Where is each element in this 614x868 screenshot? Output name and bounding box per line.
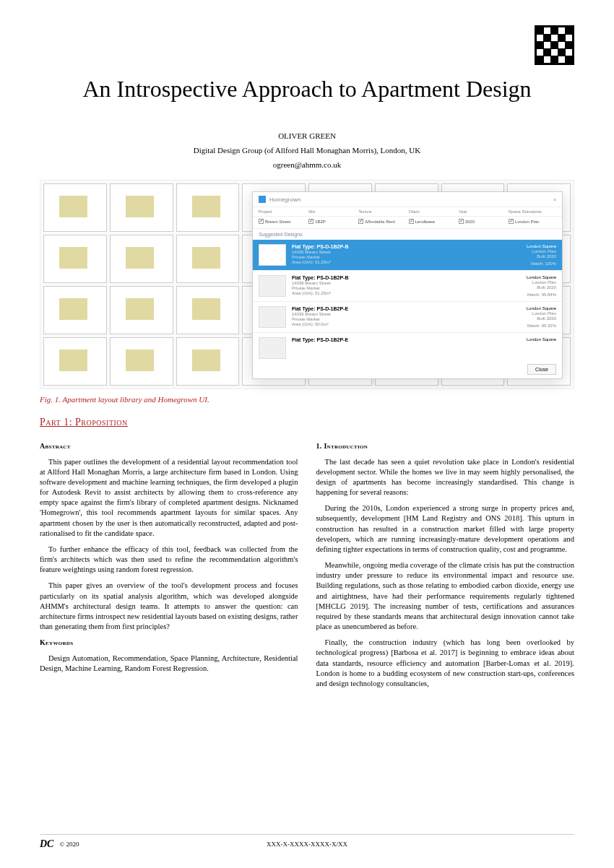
floorplan-thumbnail (259, 244, 286, 266)
filter-tenure[interactable]: Affordable Rent (358, 219, 406, 224)
result-match: Match: 95.84% (527, 292, 556, 297)
market: Private Market (292, 255, 521, 259)
footer-code: XXX-X-XXXX-XXXX-X/XX (267, 841, 347, 848)
checkbox-icon[interactable] (358, 219, 363, 224)
filter-year[interactable]: 2020 (459, 219, 506, 224)
filter-project[interactable]: Bream Street (259, 219, 306, 224)
abstract-header: Abstract (40, 441, 298, 451)
floorplan-thumbnail (259, 337, 286, 359)
author-email: ogreen@ahmm.co.uk (40, 160, 574, 169)
floorplan-thumbnail (259, 275, 286, 297)
suggested-designs-label: Suggested Designs (253, 229, 562, 240)
filter-header-mix: Mix (308, 209, 356, 214)
intro-paragraph: The last decade has seen a quiet revolut… (316, 457, 575, 498)
floorplan-thumbnail (259, 306, 286, 328)
filter-header-standards: Space Standards (509, 209, 556, 214)
filter-header-row: Project Mix Tenure Client Year Space Sta… (253, 207, 562, 217)
homegrown-ui-panel: Homegrown × Project Mix Tenure Client Ye… (252, 191, 563, 379)
filter-value-row: Bream Street 1B2P Affordable Rent Lendle… (253, 217, 562, 229)
result-plan: London Plan (527, 311, 556, 316)
keywords-header: Keywords (40, 638, 298, 648)
app-title: Homegrown (269, 196, 300, 203)
result-row[interactable]: Flat Type: PS-D-1B2P-E 14039 Bream Stree… (253, 302, 562, 333)
area: Area (GIA): 50.0m² (292, 322, 521, 326)
filter-header-project: Project (259, 209, 306, 214)
checkbox-icon[interactable] (409, 219, 414, 224)
flat-type: Flat Type: PS-D-1B2P-B (292, 275, 521, 280)
result-match: Match: 95.32% (527, 324, 556, 328)
close-button[interactable]: Close (527, 364, 556, 375)
result-built: Built 2020 (527, 316, 556, 321)
result-plan: London Plan (527, 280, 556, 285)
copyright: © 2020 (59, 841, 79, 848)
close-icon[interactable]: × (553, 197, 556, 202)
result-row[interactable]: Flat Type: PS-D-1B2P-B 14039 Bream Stree… (253, 271, 562, 302)
ui-header: Homegrown × (253, 192, 562, 207)
introduction-header: 1. Introduction (316, 441, 575, 451)
filter-standards[interactable]: London Plan (509, 219, 556, 224)
market: Private Market (292, 317, 521, 321)
filter-header-client: Client (409, 209, 457, 214)
market: Private Market (292, 286, 521, 290)
keywords-text: Design Automation, Recommendation, Space… (40, 654, 298, 674)
abstract-paragraph: This paper gives an overview of the tool… (40, 581, 298, 632)
filter-mix[interactable]: 1B2P (308, 219, 356, 224)
result-plan: London Plan (527, 249, 556, 253)
figure-caption: Fig. 1. Apartment layout library and Hom… (40, 395, 574, 404)
abstract-paragraph: This paper outlines the development of a… (40, 457, 298, 539)
intro-paragraph: Meanwhile, ongoing media coverage of the… (316, 560, 575, 632)
result-client: London Square (527, 337, 556, 342)
result-client: London Square (527, 275, 556, 279)
result-built: Built 2020 (527, 285, 556, 290)
figure-1: Homegrown × Project Mix Tenure Client Ye… (40, 180, 574, 389)
area: Area (GIA): 51.25m² (292, 260, 521, 264)
filter-client[interactable]: Lendlease (409, 219, 457, 224)
filter-header-tenure: Tenure (358, 209, 406, 214)
checkbox-icon[interactable] (308, 219, 314, 224)
publisher-logo: DC (40, 838, 53, 850)
flat-type: Flat Type: PS-D-1B2P-E (292, 306, 521, 311)
qr-code (535, 25, 574, 65)
result-match: Match: 100% (527, 261, 556, 266)
checkbox-icon[interactable] (259, 219, 264, 224)
address: 14039 Bream Street (292, 250, 521, 254)
affiliation: Digital Design Group (of Allford Hall Mo… (40, 146, 574, 155)
left-column: Abstract This paper outlines the develop… (40, 441, 298, 695)
flat-type: Flat Type: PS-D-1B2P-B (292, 244, 521, 249)
area: Area (GIA): 51.25m² (292, 291, 521, 295)
intro-paragraph: During the 2010s, London experienced a s… (316, 503, 575, 555)
checkbox-icon[interactable] (509, 219, 514, 224)
page-footer: DC © 2020 XXX-X-XXXX-XXXX-X/XX (40, 834, 574, 850)
section-header-part1: Part 1: Proposition (40, 417, 574, 428)
address: 14039 Bream Street (292, 312, 521, 316)
checkbox-icon[interactable] (459, 219, 464, 224)
address: 14039 Bream Street (292, 281, 521, 285)
result-row[interactable]: Flat Type: PS-D-1B2P-E London Square (253, 333, 562, 359)
paper-title: An Introspective Approach to Apartment D… (40, 76, 574, 103)
result-client: London Square (527, 306, 556, 311)
result-row[interactable]: Flat Type: PS-D-1B2P-B 14039 Bream Stree… (253, 240, 562, 271)
author-name: OLIVER GREEN (40, 131, 574, 140)
result-built: Built 2020 (527, 254, 556, 259)
right-column: 1. Introduction The last decade has seen… (316, 441, 575, 695)
result-client: London Square (527, 244, 556, 248)
app-logo-icon (259, 196, 266, 203)
intro-paragraph: Finally, the construction industry (whic… (316, 638, 575, 689)
filter-header-year: Year (459, 209, 506, 214)
results-list: Flat Type: PS-D-1B2P-B 14039 Bream Stree… (253, 240, 562, 359)
abstract-paragraph: To further enhance the efficacy of this … (40, 544, 298, 576)
flat-type: Flat Type: PS-D-1B2P-E (292, 337, 521, 342)
